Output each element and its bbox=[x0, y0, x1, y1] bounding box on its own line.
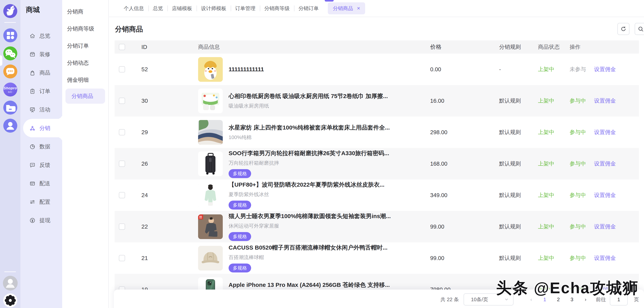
set-commission-link[interactable]: 设置佣金 bbox=[594, 97, 616, 104]
jump-suffix: 页 bbox=[634, 296, 639, 303]
sidebar-item-order[interactable]: 订单 bbox=[20, 82, 62, 100]
set-commission-link[interactable]: 设置佣金 bbox=[594, 128, 616, 136]
product-subtitle: 百搭潮流棒球帽 bbox=[228, 254, 388, 261]
product-title: 111111111111 bbox=[228, 66, 264, 73]
submenu-item[interactable]: 佣金明细 bbox=[62, 72, 108, 88]
product-id: 26 bbox=[138, 160, 196, 167]
col-id: ID bbox=[138, 44, 196, 50]
product-image[interactable] bbox=[198, 57, 223, 82]
folder-icon[interactable] bbox=[3, 100, 17, 114]
product-image[interactable] bbox=[198, 183, 223, 208]
secondary-sidebar: 分销商分销商等级分销订单分销动态佣金明细分销商品 bbox=[62, 0, 109, 308]
primary-nav: 总览 装修 商品 订单 活动 分销 数据 反馈 配送 配置 提现 bbox=[20, 26, 62, 230]
submenu-item[interactable]: 分销动态 bbox=[62, 54, 108, 72]
sidebar-item-feedback[interactable]: 反馈 bbox=[20, 156, 62, 174]
tab-close-icon[interactable]: × bbox=[357, 6, 360, 11]
chat-dots-icon bbox=[3, 64, 17, 78]
participation-status[interactable]: 参与中 bbox=[570, 97, 586, 104]
apps-grid-icon[interactable] bbox=[3, 28, 17, 42]
sidebar-item-home[interactable]: 总览 bbox=[20, 26, 62, 45]
tab-label: 店铺模板 bbox=[172, 5, 192, 12]
shopro-b2c-badge[interactable]: Shopro · B2C · bbox=[3, 82, 17, 96]
sidebar-item-config[interactable]: 配置 bbox=[20, 193, 62, 211]
tab[interactable]: 订单管理 bbox=[231, 0, 260, 17]
tab[interactable]: 分销订单 bbox=[294, 0, 323, 17]
participation-status[interactable]: 参与中 bbox=[570, 160, 586, 168]
sidebar-item-label: 活动 bbox=[40, 106, 50, 114]
product-image[interactable] bbox=[198, 120, 223, 145]
submenu-item[interactable]: 分销订单 bbox=[62, 37, 108, 54]
refresh-button[interactable] bbox=[618, 23, 630, 35]
search-button[interactable] bbox=[635, 23, 644, 35]
drawer-handle[interactable] bbox=[0, 55, 2, 66]
tab[interactable]: 分销商品 × bbox=[328, 2, 365, 14]
set-commission-link[interactable]: 设置佣金 bbox=[594, 223, 616, 230]
sidebar-item-data[interactable]: 数据 bbox=[20, 137, 62, 156]
select-all-checkbox[interactable] bbox=[119, 44, 125, 50]
message-bubble-icon[interactable] bbox=[3, 64, 17, 78]
row-checkbox[interactable] bbox=[119, 192, 125, 198]
sidebar-item-withdraw[interactable]: 提现 bbox=[20, 211, 62, 230]
user-icon[interactable] bbox=[3, 119, 17, 133]
user-avatar[interactable] bbox=[3, 276, 18, 290]
submenu-item[interactable]: 分销商等级 bbox=[62, 20, 108, 37]
primary-sidebar: 商城 总览 装修 商品 订单 活动 分销 数据 反馈 配送 配置 提现 bbox=[20, 0, 62, 308]
sidebar-item-distribution[interactable]: 分销 bbox=[23, 119, 62, 137]
participation-status[interactable]: 参与中 bbox=[570, 254, 586, 262]
page-number-1[interactable]: 1 bbox=[539, 296, 550, 302]
product-image[interactable] bbox=[198, 214, 223, 239]
product-image[interactable] bbox=[198, 152, 223, 176]
participation-status[interactable]: 参与中 bbox=[570, 223, 586, 230]
table-row: 29 水星家纺 床上四件套100%纯棉被套床单枕套床上用品套件全... 100%… bbox=[114, 116, 639, 148]
wechat-icon[interactable] bbox=[3, 46, 17, 60]
product-price: 168.00 bbox=[430, 160, 499, 167]
participation-status[interactable]: 未参与 bbox=[570, 66, 586, 73]
set-commission-link[interactable]: 设置佣金 bbox=[594, 192, 616, 199]
row-checkbox[interactable] bbox=[119, 160, 125, 167]
set-commission-link[interactable]: 设置佣金 bbox=[594, 160, 616, 168]
sidebar-item-delivery[interactable]: 配送 bbox=[20, 174, 62, 193]
product-image[interactable] bbox=[198, 88, 223, 113]
brand-rooster-logo[interactable] bbox=[3, 4, 17, 18]
settings-gear-icon[interactable] bbox=[3, 294, 17, 308]
jump-input[interactable] bbox=[610, 294, 628, 306]
product-title: Apple iPhone 13 Pro Max (A2644) 256GB 苍岭… bbox=[228, 281, 390, 289]
product-title: 猫人男士睡衣男夏季100%纯棉薄款圆领套头短袖套装男ins潮... bbox=[228, 212, 391, 220]
tab[interactable]: 个人信息 bbox=[119, 0, 148, 17]
tab-label: 订单管理 bbox=[235, 5, 256, 12]
table-row: 52 111111111111 0.00 - 上架中 未参与 设置佣金 bbox=[114, 54, 639, 85]
tab-label: 总览 bbox=[153, 5, 163, 12]
wechat-bubbles-icon bbox=[3, 46, 17, 60]
participation-status[interactable]: 参与中 bbox=[570, 192, 586, 199]
row-checkbox[interactable] bbox=[119, 255, 125, 261]
set-commission-link[interactable]: 设置佣金 bbox=[594, 254, 616, 262]
page-number-2[interactable]: 2 bbox=[553, 296, 564, 302]
next-page-button[interactable]: › bbox=[580, 296, 591, 302]
submenu-item[interactable]: 分销商 bbox=[62, 3, 108, 20]
participation-status[interactable]: 参与中 bbox=[570, 128, 586, 136]
sidebar-item-goods[interactable]: 商品 bbox=[20, 64, 62, 82]
sidebar-item-decorate[interactable]: 装修 bbox=[20, 45, 62, 64]
sidebar-item-icon bbox=[29, 144, 36, 150]
tab[interactable]: 店铺模板 bbox=[168, 0, 196, 17]
row-checkbox[interactable] bbox=[119, 129, 125, 135]
prev-page-button[interactable]: ‹ bbox=[526, 296, 536, 302]
product-image[interactable] bbox=[198, 246, 223, 270]
submenu-item[interactable]: 分销商品 bbox=[66, 88, 105, 104]
tab[interactable]: 分销商等级 bbox=[260, 0, 294, 17]
page-number-3[interactable]: 3 bbox=[566, 296, 578, 302]
tab[interactable]: 总览 bbox=[148, 0, 168, 17]
set-commission-link[interactable]: 设置佣金 bbox=[594, 66, 616, 73]
sidebar-item-activity[interactable]: 活动 bbox=[20, 100, 62, 119]
tab[interactable]: 设计师模板 bbox=[196, 0, 231, 17]
page-size-select[interactable]: 10条/页 bbox=[464, 294, 514, 306]
multi-spec-tag: 多规格 bbox=[228, 200, 251, 210]
sidebar-item-icon bbox=[29, 199, 36, 205]
row-checkbox[interactable] bbox=[119, 224, 125, 230]
product-price: 99.00 bbox=[430, 224, 499, 230]
row-checkbox[interactable] bbox=[119, 66, 125, 72]
product-status: 上架中 bbox=[538, 97, 570, 104]
sidebar-item-icon bbox=[29, 162, 36, 168]
product-price: 16.00 bbox=[430, 98, 499, 104]
row-checkbox[interactable] bbox=[119, 98, 125, 104]
